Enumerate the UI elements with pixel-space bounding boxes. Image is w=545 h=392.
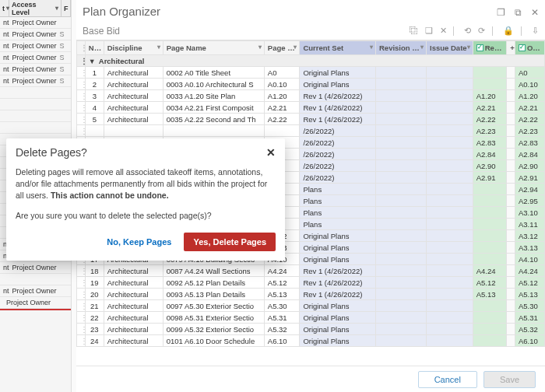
save-button: Save (483, 371, 536, 388)
drag-handle-icon[interactable]: ⋮⋮ (77, 79, 86, 90)
col-discipline[interactable]: Discipline▾ (104, 41, 163, 55)
cell-rev1 (473, 207, 506, 219)
cell-rev1 (473, 184, 506, 195)
cell-no: 22 (85, 312, 104, 324)
col-current-set[interactable]: Current Set▾ (300, 41, 376, 55)
cell-current-set: Rev 1 (4/26/2022) (300, 114, 376, 125)
cell-rev1: A2.22 (473, 114, 506, 125)
cell-spacer (507, 289, 515, 300)
cell-spacer (507, 242, 515, 254)
cell-discipline: Architectural (104, 335, 163, 347)
drag-handle-icon[interactable]: ⋮⋮ (77, 335, 86, 347)
table-row[interactable]: ⋮⋮ 22 Architectural 0098 A5.31 Exterior … (77, 312, 545, 324)
table-row[interactable]: ⋮⋮ 24 Architectural 0101 A6.10 Door Sche… (77, 335, 545, 347)
cell-spacer (507, 312, 515, 324)
rotate-left-icon[interactable]: ⟲ (464, 26, 471, 35)
close-window-icon[interactable]: ✕ (531, 7, 539, 18)
cell-issue-date (427, 230, 473, 242)
cell-no: 3 (85, 90, 104, 102)
drag-handle-icon[interactable]: ⋮⋮ (77, 67, 86, 79)
cell-current-set: /26/2022) (300, 137, 376, 149)
delete-icon[interactable]: ✕ (440, 26, 447, 35)
drag-handle-icon[interactable]: ⋮⋮ (77, 324, 86, 335)
cell-discipline: Architectural (104, 324, 163, 335)
cell-current-set: Plans (300, 184, 376, 195)
col-handle[interactable]: ⋮ (77, 41, 86, 55)
popout-icon[interactable]: ⧉ (515, 7, 522, 18)
cell-issue-date (427, 312, 473, 324)
col-no[interactable]: No. (85, 41, 104, 55)
cell-page-no: A6.10 (264, 335, 300, 347)
background-row: Project Owner (0, 297, 71, 309)
drag-handle-icon[interactable]: ⋮⋮ (77, 114, 86, 125)
cell-issue-date (427, 300, 473, 312)
lock-icon[interactable]: 🔒 (503, 26, 514, 35)
cell-rev1: A2.84 (473, 149, 506, 160)
cell-page-name: 0092 A5.12 Plan Details (163, 277, 264, 289)
background-row: ntProject Owner (0, 285, 71, 297)
cell-current-set: /26/2022) (300, 125, 376, 137)
drag-handle-icon[interactable]: ⋮⋮ (77, 90, 86, 102)
rotate-right-icon[interactable]: ⟳ (478, 26, 485, 35)
background-row (0, 122, 71, 134)
drag-handle-icon[interactable]: ⋮⋮ (77, 312, 86, 324)
col-page-no[interactable]: Page No.▾ (264, 41, 300, 55)
col-page-name[interactable]: Page Name▾ (163, 41, 264, 55)
table-row[interactable]: ⋮⋮ /26/2022) A2.23 A2.23 (77, 125, 545, 137)
copy-icon[interactable]: ❐ (497, 7, 505, 18)
table-row[interactable]: ⋮⋮ 4 Architectural 0034 A2.21 First Comp… (77, 102, 545, 114)
drag-handle-icon[interactable]: ⋮⋮ (77, 125, 86, 137)
table-row[interactable]: ⋮⋮ 23 Architectural 0099 A5.32 Exterior … (77, 324, 545, 335)
col-rev1[interactable]: Rev 1 (473, 41, 506, 55)
export-icon[interactable]: ⇩ (532, 26, 539, 35)
delete-pages-button[interactable]: Yes, Delete Pages (184, 233, 276, 251)
table-row[interactable]: ⋮⋮ 1 Architectural 0002 A0 Title Sheet A… (77, 67, 545, 79)
table-row[interactable]: ⋮⋮ 3 Architectural 0033 A1.20 Site Plan … (77, 90, 545, 102)
cell-original: A3.12 (515, 230, 544, 242)
col-original[interactable]: Origi (515, 41, 544, 55)
background-row (0, 110, 71, 122)
col-add-revision[interactable]: + (507, 41, 515, 55)
table-row[interactable]: ⋮⋮ 5 Architectural 0035 A2.22 Second and… (77, 114, 545, 125)
cell-current-set: Rev 1 (4/26/2022) (300, 90, 376, 102)
col-revision-no[interactable]: Revision No.▾ (376, 41, 427, 55)
close-icon[interactable]: ✕ (266, 146, 276, 159)
drag-handle-icon[interactable]: ⋮⋮ (77, 277, 86, 289)
drag-handle-icon[interactable]: ⋮⋮ (77, 289, 86, 300)
col-f[interactable]: F (62, 0, 71, 16)
table-row[interactable]: ⋮⋮ 20 Architectural 0093 A5.13 Plan Deta… (77, 289, 545, 300)
cell-no: 4 (85, 102, 104, 114)
duplicate-icon[interactable]: ❏ (425, 26, 433, 35)
drag-handle-icon[interactable]: ⋮⋮ (77, 265, 86, 277)
cell-current-set: Rev 1 (4/26/2022) (300, 289, 376, 300)
cell-revision-no (376, 265, 427, 277)
cancel-button[interactable]: Cancel (418, 371, 477, 388)
cell-page-no: A5.32 (264, 324, 300, 335)
drag-handle-icon[interactable]: ⋮⋮ (77, 102, 86, 114)
cell-issue-date (427, 207, 473, 219)
cell-rev1: A4.24 (473, 265, 506, 277)
drag-handle-icon[interactable]: ⋮⋮ (77, 300, 86, 312)
table-row[interactable]: ⋮⋮ 21 Architectural 0097 A5.30 Exterior … (77, 300, 545, 312)
cell-spacer (507, 67, 515, 79)
keep-pages-button[interactable]: No, Keep Pages (100, 233, 178, 251)
delete-pages-modal: Delete Pages? ✕ Deleting pages will remo… (6, 138, 285, 261)
cell-original: A2.23 (515, 125, 544, 137)
table-row[interactable]: ⋮⋮ 19 Architectural 0092 A5.12 Plan Deta… (77, 277, 545, 289)
cell-spacer (507, 195, 515, 207)
col-issue-date[interactable]: Issue Date▾ (427, 41, 473, 55)
cell-current-set: Original Plans (300, 312, 376, 324)
cell-original: A2.95 (515, 195, 544, 207)
cell-current-set: Plans (300, 219, 376, 230)
copy-icon[interactable]: ⿻ (410, 26, 418, 35)
table-row[interactable]: ⋮⋮ 18 Architectural 0087 A4.24 Wall Sect… (77, 265, 545, 277)
table-row[interactable]: ⋮⋮ 2 Architectural 0003 A0.10 Architectu… (77, 79, 545, 90)
col-t[interactable]: t▾ (0, 0, 9, 16)
cell-no: 5 (85, 114, 104, 125)
cell-current-set: Rev 1 (4/26/2022) (300, 277, 376, 289)
background-row: ntProject OwnerS (0, 40, 71, 52)
cell-no: 2 (85, 79, 104, 90)
col-access-level[interactable]: Access Level▾ (9, 0, 62, 16)
cell-revision-no (376, 254, 427, 265)
group-row-architectural[interactable]: ⋮▼Architectural (77, 55, 545, 67)
